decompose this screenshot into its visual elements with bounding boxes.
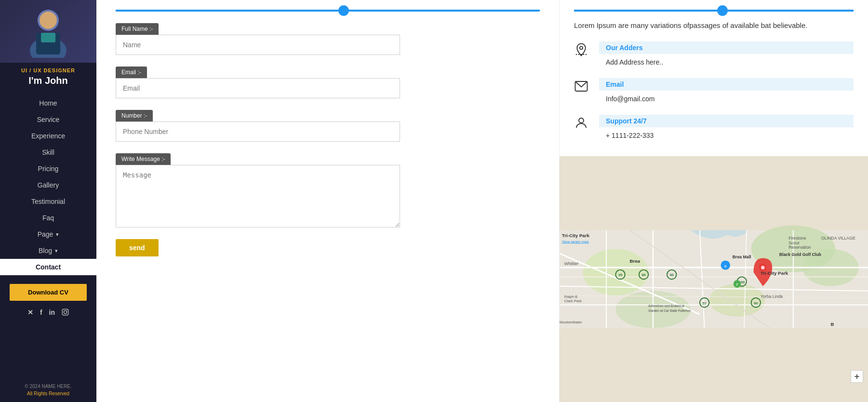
instagram-icon[interactable] <box>62 308 69 317</box>
email-contact-value: Info@gmail.com <box>599 95 654 103</box>
svg-text:Black Gold Golf Club: Black Gold Golf Club <box>779 252 821 256</box>
message-textarea[interactable] <box>116 165 400 228</box>
name-label: I'm John <box>28 75 67 86</box>
support-label: Support 24/7 <box>599 115 854 127</box>
message-label: Write Message :- <box>116 153 171 165</box>
svg-text:B: B <box>830 322 834 327</box>
email-icon <box>574 79 591 97</box>
svg-text:View larger map: View larger map <box>562 239 589 243</box>
full-name-label: Full Name :- <box>116 23 159 35</box>
svg-point-7 <box>67 310 67 310</box>
svg-text:Muckenthaler: Muckenthaler <box>560 320 582 324</box>
sidebar-item-page[interactable]: Page ▾ <box>0 226 96 242</box>
right-top-circle <box>717 5 728 16</box>
blog-chevron-icon: ▾ <box>55 248 58 254</box>
form-panel: Full Name :- Email :- Number :- Write Me… <box>96 0 560 402</box>
email-group: Email :- <box>116 67 540 98</box>
phone-input[interactable] <box>116 121 400 142</box>
sidebar-item-skill[interactable]: Skill <box>0 144 96 161</box>
svg-text:Yorba Linda: Yorba Linda <box>761 294 783 299</box>
social-icons: ✕ f in <box>27 308 69 317</box>
svg-point-3 <box>40 12 57 29</box>
facebook-icon[interactable]: f <box>40 308 42 317</box>
sidebar-item-testimonial[interactable]: Testimonial <box>0 193 96 210</box>
svg-point-6 <box>64 310 67 313</box>
map-svg: 35 90 90 180 57 90 B P <box>560 156 868 402</box>
sidebar-item-pricing[interactable]: Pricing <box>0 161 96 177</box>
svg-text:90: 90 <box>754 301 758 305</box>
svg-point-46 <box>761 266 765 269</box>
role-label: UI / UX DESIGNER <box>21 67 75 73</box>
svg-rect-4 <box>41 33 55 42</box>
support-detail: Support 24/7 + 1111-222-333 <box>599 115 854 140</box>
support-value: + 1111-222-333 <box>599 132 654 139</box>
lorem-text: Lorem Ipsum are many variations ofpassag… <box>574 19 854 32</box>
sidebar-item-blog[interactable]: Blog ▾ <box>0 242 96 259</box>
top-bar <box>116 10 540 12</box>
svg-text:B: B <box>724 264 727 268</box>
send-button[interactable]: send <box>116 239 159 256</box>
sidebar-nav: Home Service Experience Skill Pricing Ga… <box>0 95 96 275</box>
address-icon <box>574 42 591 60</box>
email-input[interactable] <box>116 78 400 98</box>
right-top-bar <box>574 10 854 12</box>
svg-text:90: 90 <box>641 273 646 277</box>
email-label: Email :- <box>116 67 147 78</box>
address-detail: Our Adders Add Address here.. <box>599 41 854 67</box>
address-value: Add Address here.. <box>599 58 663 66</box>
svg-text:OLINDA VILLAGE: OLINDA VILLAGE <box>821 235 855 240</box>
main-content: Full Name :- Email :- Number :- Write Me… <box>96 0 868 402</box>
email-info-item: Email Info@gmail.com <box>574 78 854 103</box>
support-info-item: Support 24/7 + 1111-222-333 <box>574 115 854 140</box>
svg-text:Firestone: Firestone <box>788 235 806 240</box>
svg-text:Tri-City Park: Tri-City Park <box>761 270 788 275</box>
sidebar-item-experience[interactable]: Experience <box>0 128 96 144</box>
svg-text:35: 35 <box>618 273 623 277</box>
svg-text:Tri-City Park: Tri-City Park <box>562 232 590 238</box>
number-group: Number :- <box>116 110 540 142</box>
svg-text:Garden at Cal State Fullerton: Garden at Cal State Fullerton <box>648 309 691 312</box>
svg-text:Scout: Scout <box>788 240 800 245</box>
svg-point-14 <box>583 249 648 295</box>
full-name-group: Full Name :- <box>116 23 540 55</box>
copyright: © 2024 NAME HERE. All Rights Reserved <box>25 383 71 397</box>
sidebar-item-faq[interactable]: Faq <box>0 210 96 226</box>
download-cv-button[interactable]: Download CV <box>10 284 87 301</box>
svg-text:90: 90 <box>669 273 674 277</box>
sidebar-item-home[interactable]: Home <box>0 95 96 111</box>
email-contact-label: Email <box>599 78 854 91</box>
svg-rect-5 <box>62 309 68 315</box>
linkedin-icon[interactable]: in <box>49 308 55 317</box>
svg-text:Clark Park: Clark Park <box>564 298 582 303</box>
sidebar-item-gallery[interactable]: Gallery <box>0 177 96 193</box>
number-label: Number :- <box>116 110 153 121</box>
top-circle <box>338 5 349 16</box>
svg-text:Whittier: Whittier <box>564 261 579 266</box>
full-name-input[interactable] <box>116 35 400 55</box>
address-info-item: Our Adders Add Address here.. <box>574 41 854 67</box>
message-group: Write Message :- <box>116 153 540 228</box>
svg-text:Ralph B: Ralph B <box>564 295 578 299</box>
svg-text:Brea Mall: Brea Mall <box>733 254 751 259</box>
info-top: Lorem Ipsum are many variations ofpassag… <box>560 0 868 156</box>
sidebar-item-contact[interactable]: Contact <box>0 259 96 275</box>
svg-point-8 <box>580 46 583 49</box>
info-panel: Lorem Ipsum are many variations ofpassag… <box>560 0 868 402</box>
svg-text:Reservation: Reservation <box>788 245 811 250</box>
address-label: Our Adders <box>599 41 854 54</box>
map-zoom-in-button[interactable]: + <box>851 370 863 383</box>
map-container[interactable]: 35 90 90 180 57 90 B P <box>560 156 868 402</box>
svg-text:Arboretum and Botanical: Arboretum and Botanical <box>648 304 684 308</box>
email-detail: Email Info@gmail.com <box>599 78 854 103</box>
svg-text:57: 57 <box>702 301 707 305</box>
avatar <box>0 0 96 63</box>
svg-text:P: P <box>736 282 738 286</box>
sidebar-item-service[interactable]: Service <box>0 111 96 128</box>
svg-text:Brea: Brea <box>629 258 640 264</box>
page-chevron-icon: ▾ <box>56 231 59 238</box>
sidebar: UI / UX DESIGNER I'm John Home Service E… <box>0 0 96 402</box>
support-icon <box>574 116 591 134</box>
svg-point-10 <box>579 118 584 123</box>
twitter-icon[interactable]: ✕ <box>27 308 33 317</box>
